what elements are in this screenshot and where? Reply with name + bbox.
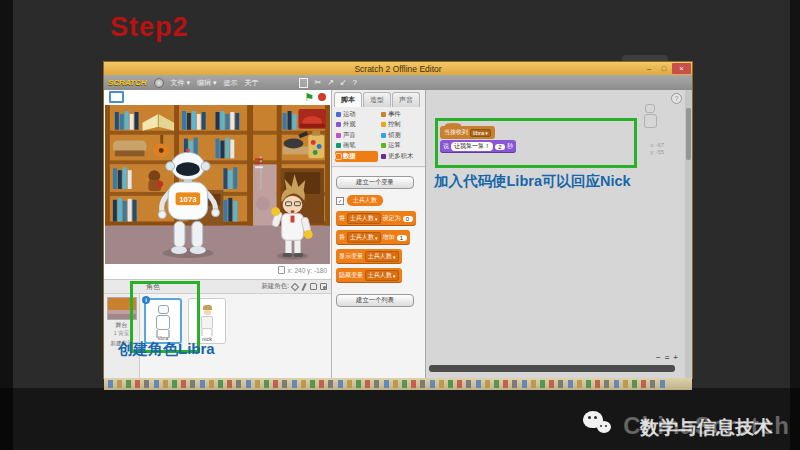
say-for-secs-block[interactable]: 说 让我算一算！ 2 秒: [440, 140, 516, 153]
wechat-icon: [583, 411, 613, 439]
close-button[interactable]: ×: [672, 63, 691, 74]
hide-variable-block[interactable]: 隐藏变量 士兵人数▾: [336, 268, 402, 283]
robot-badge-number: 1073: [179, 195, 197, 204]
help-button[interactable]: ?: [671, 93, 682, 104]
change-variable-block[interactable]: 将 士兵人数▾ 增加 1: [336, 230, 410, 245]
fullscreen-icon[interactable]: [109, 91, 124, 103]
paint-sprite-icon[interactable]: [301, 283, 307, 291]
window-title: Scratch 2 Offline Editor: [104, 64, 692, 74]
category-motion[interactable]: 运动: [335, 109, 378, 120]
language-globe-icon[interactable]: [154, 78, 164, 88]
scripts-area[interactable]: ? x: -67 y: -55 当接收到 libra▾ 说 让我算一算！ 2: [426, 90, 692, 378]
say-message-input[interactable]: 让我算一算！: [451, 142, 493, 151]
menu-file[interactable]: 文件 ▾: [171, 78, 190, 88]
dropdown-arrow-icon: ▾: [485, 130, 488, 136]
scratch-window: Scratch 2 Offline Editor – □ × SCRATCH 文…: [104, 62, 692, 378]
dropdown-arrow-icon: ▾: [375, 216, 378, 222]
dropdown-arrow-icon: ▾: [393, 254, 396, 260]
variable-checkbox[interactable]: ✓: [336, 197, 344, 205]
annotation-create-sprite: 创建角色Libra: [118, 340, 215, 359]
camera-sprite-icon[interactable]: [320, 283, 327, 290]
editor-body: ⚑: [104, 90, 692, 378]
category-control[interactable]: 控制: [380, 120, 423, 131]
category-looks[interactable]: 外观: [335, 120, 378, 131]
maximize-button[interactable]: □: [657, 63, 671, 74]
new-sprite-library-icon[interactable]: [291, 282, 299, 290]
windows-taskbar[interactable]: [104, 378, 692, 390]
category-list: 运动 外观 声音 画笔 数据 事件 控制 侦测 运算 更多积木: [335, 109, 423, 162]
category-operators[interactable]: 运算: [380, 141, 423, 152]
category-more-blocks[interactable]: 更多积木: [380, 151, 423, 162]
stage-scene: 1073: [105, 104, 330, 265]
duplicate-icon[interactable]: [299, 78, 308, 88]
new-sprite-label: 新建角色:: [261, 282, 289, 291]
block-help-icon[interactable]: ?: [353, 78, 357, 87]
dropdown-arrow-icon: ▾: [393, 273, 396, 279]
sprite-ghost-preview: [640, 104, 660, 128]
category-data[interactable]: 数据: [335, 151, 378, 162]
sprite-position-icon: [278, 266, 285, 274]
category-sound[interactable]: 声音: [335, 130, 378, 141]
menu-about[interactable]: 关于: [244, 78, 258, 88]
dropdown-arrow-icon: ▾: [375, 235, 378, 241]
coords-label: x: 240 y: -180: [288, 267, 327, 274]
title-bar[interactable]: Scratch 2 Offline Editor – □ ×: [104, 62, 692, 75]
taskbar-icons: [108, 380, 668, 388]
category-pen[interactable]: 画笔: [335, 141, 378, 152]
watermark: ChinaScratch 数学与信息技术: [583, 408, 794, 442]
block-palette: 脚本 造型 声音 运动 外观 声音 画笔 数据 事件 控制 侦测 运算 更多积木: [332, 90, 426, 378]
annotation-add-code: 加入代码使Libra可以回应Nick: [434, 172, 631, 191]
stop-icon[interactable]: [318, 93, 326, 101]
zoom-in-button[interactable]: +: [673, 353, 678, 362]
variable-reporter-block[interactable]: 士兵人数: [347, 195, 383, 206]
tab-scripts[interactable]: 脚本: [334, 92, 362, 107]
scratch-logo[interactable]: SCRATCH: [108, 78, 147, 87]
vertical-scrollbar[interactable]: [685, 90, 692, 378]
category-sensing[interactable]: 侦测: [380, 130, 423, 141]
green-flag-icon[interactable]: ⚑: [304, 92, 314, 102]
grow-icon[interactable]: ↗: [327, 78, 334, 87]
zoom-out-button[interactable]: −: [656, 353, 661, 362]
step-label: Step2: [110, 12, 189, 43]
nick-thumbnail-image: [200, 305, 214, 336]
tab-costumes[interactable]: 造型: [363, 92, 391, 107]
tab-sounds[interactable]: 声音: [392, 92, 420, 107]
make-variable-button[interactable]: 建立一个变量: [336, 176, 414, 189]
set-variable-block[interactable]: 将 士兵人数▾ 设定为 0: [336, 211, 416, 226]
menu-tips[interactable]: 提示: [223, 78, 237, 88]
data-blocks-area: 建立一个变量 ✓ 士兵人数 将 士兵人数▾ 设定为 0 将 士兵人数▾ 增: [332, 168, 425, 378]
horizontal-scrollbar[interactable]: [429, 365, 675, 372]
sprite-xy-readout: x: -67 y: -55: [650, 142, 664, 156]
video-frame: Step2 Scratch 2 Offline Editor – □ × SCR…: [0, 0, 800, 450]
show-variable-block[interactable]: 显示变量 士兵人数▾: [336, 249, 402, 264]
left-edge-shadow: [0, 0, 13, 450]
stage-header: ⚑: [104, 90, 331, 104]
make-list-button[interactable]: 建立一个列表: [336, 294, 414, 307]
stage-canvas[interactable]: 1073: [105, 104, 330, 265]
say-duration-input[interactable]: 2: [495, 144, 505, 150]
right-edge-shadow: [790, 0, 800, 450]
zoom-reset-button[interactable]: =: [665, 353, 670, 362]
minimize-button[interactable]: –: [642, 63, 656, 74]
mouse-coords: x: 240 y: -180: [278, 266, 327, 274]
delete-icon[interactable]: ✂: [314, 78, 321, 87]
upload-sprite-icon[interactable]: [310, 283, 317, 290]
stage-panel: ⚑: [104, 90, 332, 378]
watermark-cn: 数学与信息技术: [619, 415, 794, 441]
category-events[interactable]: 事件: [380, 109, 423, 120]
when-receive-block[interactable]: 当接收到 libra▾: [440, 126, 495, 139]
menu-edit[interactable]: 编辑 ▾: [197, 78, 216, 88]
shrink-icon[interactable]: ↙: [340, 78, 347, 87]
menu-bar: SCRATCH 文件 ▾ 编辑 ▾ 提示 关于 ✂ ↗ ↙ ?: [104, 75, 692, 90]
